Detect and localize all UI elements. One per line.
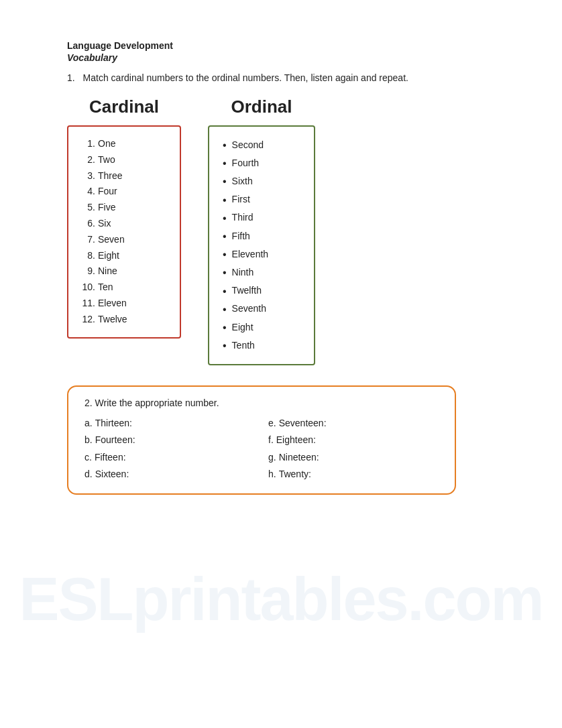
cardinal-list-item: 10.Ten [79, 280, 164, 296]
cardinal-list-item: 7.Seven [79, 232, 164, 248]
exercise2-item: e.Seventeen: [268, 415, 439, 432]
cardinal-list-item: 1.One [79, 136, 164, 152]
cardinal-list-item: 12.Twelve [79, 312, 164, 328]
cardinal-word: Five [98, 200, 115, 216]
section-subtitle: Vocabulary [67, 52, 508, 63]
cardinal-list-item: 2.Two [79, 152, 164, 168]
exercise2-word: Eighteen: [276, 434, 316, 445]
ordinal-list-item: Sixth [223, 172, 294, 190]
ordinal-list-item: Second [223, 136, 294, 154]
cardinal-num: 11. [79, 296, 95, 312]
cardinal-word: Two [98, 152, 115, 168]
exercise2-item: h.Twenty: [268, 466, 439, 483]
cardinal-word: Four [98, 184, 117, 200]
exercise2-item: b.Fourteen: [85, 432, 255, 448]
watermark: ESLprintables.com [19, 565, 543, 634]
cardinal-word: Eight [98, 248, 119, 264]
exercise2-number: 2. [85, 398, 93, 408]
ordinal-list-item: First [223, 191, 294, 209]
cardinal-list-item: 9.Nine [79, 263, 164, 280]
exercise2-item: d.Sixteen: [85, 466, 255, 483]
cardinal-heading: Cardinal [89, 97, 159, 117]
exercise2-word: Nineteen: [279, 452, 319, 463]
cardinal-list-item: 4.Four [79, 184, 164, 200]
ordinal-list-item: Tenth [223, 337, 294, 355]
exercise2-right: e.Seventeen:f.Eighteen:g.Nineteen:h.Twen… [268, 415, 439, 483]
ordinal-list-item: Eight [223, 318, 294, 337]
ordinal-list: SecondFourthSixthFirstThirdFifthEleventh… [223, 136, 294, 355]
exercise2-label: c. [85, 452, 92, 463]
exercise2-label: a. [85, 418, 93, 428]
cardinal-num: 12. [79, 312, 95, 328]
exercise2-word: Fifteen: [95, 452, 126, 463]
ordinal-list-item: Twelfth [223, 282, 294, 300]
exercise2-item: c.Fifteen: [85, 449, 255, 466]
exercise2-instruction: 2. Write the appropriate number. [85, 398, 439, 408]
cardinal-num: 6. [79, 216, 95, 232]
exercise2-word: Sixteen: [95, 469, 129, 479]
ordinal-list-item: Eleventh [223, 245, 294, 263]
ordinal-heading: Ordinal [231, 97, 292, 117]
exercise2-item: f.Eighteen: [268, 432, 439, 448]
exercise2-word: Fourteen: [95, 434, 135, 445]
columns-wrapper: Cardinal 1.One2.Two3.Three4.Four5.Five6.… [67, 97, 508, 365]
cardinal-num: 4. [79, 184, 95, 200]
ordinal-list-item: Ninth [223, 263, 294, 282]
cardinal-list: 1.One2.Two3.Three4.Four5.Five6.Six7.Seve… [79, 136, 164, 328]
exercise2-word: Thirteen: [95, 418, 132, 428]
cardinal-num: 3. [79, 168, 95, 184]
exercise2-grid: a.Thirteen:b.Fourteen:c.Fifteen:d.Sixtee… [85, 415, 439, 483]
ordinal-list-item: Seventh [223, 300, 294, 318]
exercise2-box: 2. Write the appropriate number. a.Thirt… [67, 385, 456, 495]
cardinal-word: One [98, 136, 115, 152]
cardinal-num: 2. [79, 152, 95, 168]
cardinal-column: Cardinal 1.One2.Two3.Three4.Four5.Five6.… [67, 97, 181, 339]
exercise1-text: Match cardinal numbers to the ordinal nu… [83, 72, 408, 83]
ordinal-list-item: Fifth [223, 227, 294, 245]
cardinal-num: 7. [79, 232, 95, 248]
exercise1-number: 1. [67, 72, 75, 83]
ordinal-list-item: Third [223, 209, 294, 227]
cardinal-list-item: 5.Five [79, 200, 164, 216]
ordinal-box: SecondFourthSixthFirstThirdFifthEleventh… [208, 125, 315, 365]
cardinal-box: 1.One2.Two3.Three4.Four5.Five6.Six7.Seve… [67, 125, 181, 339]
cardinal-num: 8. [79, 248, 95, 264]
cardinal-list-item: 8.Eight [79, 248, 164, 264]
cardinal-word: Nine [98, 263, 117, 280]
cardinal-num: 10. [79, 280, 95, 296]
exercise2-label: h. [268, 469, 276, 479]
exercise2-label: d. [85, 469, 93, 479]
cardinal-list-item: 3.Three [79, 168, 164, 184]
exercise1-instruction: 1. Match cardinal numbers to the ordinal… [67, 72, 508, 83]
cardinal-num: 5. [79, 200, 95, 216]
cardinal-list-item: 11.Eleven [79, 296, 164, 312]
exercise2-label: g. [268, 452, 276, 463]
cardinal-word: Twelve [98, 312, 127, 328]
cardinal-num: 9. [79, 263, 95, 280]
cardinal-list-item: 6.Six [79, 216, 164, 232]
cardinal-word: Ten [98, 280, 113, 296]
page: Language Development Vocabulary 1. Match… [0, 0, 562, 522]
cardinal-word: Seven [98, 232, 125, 248]
exercise2-word: Seventeen: [279, 418, 327, 428]
exercise2-text: Write the appropriate number. [95, 398, 219, 408]
ordinal-column: Ordinal SecondFourthSixthFirstThirdFifth… [208, 97, 315, 365]
exercise2-word: Twenty: [279, 469, 311, 479]
exercise2-item: a.Thirteen: [85, 415, 255, 432]
cardinal-word: Six [98, 216, 111, 232]
exercise2-label: b. [85, 434, 93, 445]
cardinal-word: Three [98, 168, 123, 184]
cardinal-num: 1. [79, 136, 95, 152]
exercise2-left: a.Thirteen:b.Fourteen:c.Fifteen:d.Sixtee… [85, 415, 255, 483]
exercise2-label: f. [268, 434, 274, 445]
exercise2-item: g.Nineteen: [268, 449, 439, 466]
cardinal-word: Eleven [98, 296, 127, 312]
exercise2-label: e. [268, 418, 276, 428]
section-title: Language Development [67, 40, 508, 51]
ordinal-list-item: Fourth [223, 154, 294, 172]
